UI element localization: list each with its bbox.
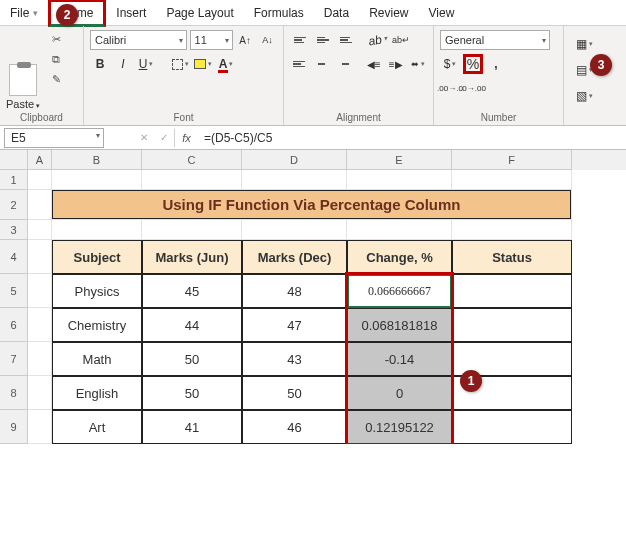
tab-insert[interactable]: Insert — [106, 2, 156, 24]
row-header[interactable]: 1 — [0, 170, 28, 190]
cell[interactable] — [28, 308, 52, 342]
table-cell[interactable]: 0.066666667 — [347, 274, 452, 308]
table-cell[interactable]: 50 — [142, 376, 242, 410]
name-box[interactable]: E5 — [4, 128, 104, 148]
table-cell[interactable] — [452, 410, 572, 444]
table-cell[interactable] — [452, 274, 572, 308]
comma-style-button[interactable]: , — [486, 54, 506, 74]
cell[interactable] — [242, 170, 347, 190]
row-header[interactable]: 8 — [0, 376, 28, 410]
fill-color-button[interactable] — [193, 54, 213, 74]
table-cell[interactable]: 41 — [142, 410, 242, 444]
conditional-formatting-icon[interactable]: ▦ — [574, 34, 594, 54]
table-cell[interactable] — [452, 308, 572, 342]
row-header[interactable]: 2 — [0, 190, 28, 220]
decrease-decimal-icon[interactable]: .0→.00 — [463, 78, 483, 98]
align-center-icon[interactable] — [312, 54, 331, 74]
format-painter-icon[interactable]: ✎ — [48, 72, 64, 86]
cell[interactable] — [52, 220, 142, 240]
header-marks-dec[interactable]: Marks (Dec) — [242, 240, 347, 274]
cell[interactable] — [28, 410, 52, 444]
header-change[interactable]: Change, % — [347, 240, 452, 274]
cell[interactable] — [28, 240, 52, 274]
underline-button[interactable]: U — [136, 54, 156, 74]
table-cell[interactable]: 50 — [142, 342, 242, 376]
decrease-indent-icon[interactable]: ◀≡ — [364, 54, 383, 74]
table-cell[interactable]: 0 — [347, 376, 452, 410]
fx-icon[interactable]: fx — [174, 129, 198, 147]
header-marks-jun[interactable]: Marks (Jun) — [142, 240, 242, 274]
col-header[interactable]: C — [142, 150, 242, 170]
table-cell[interactable]: English — [52, 376, 142, 410]
cell[interactable] — [142, 220, 242, 240]
paste-icon[interactable] — [9, 64, 37, 96]
increase-font-icon[interactable]: A↑ — [236, 30, 255, 50]
font-name-combo[interactable]: Calibri — [90, 30, 187, 50]
header-subject[interactable]: Subject — [52, 240, 142, 274]
increase-indent-icon[interactable]: ≡▶ — [386, 54, 405, 74]
cell[interactable] — [347, 220, 452, 240]
cell[interactable] — [28, 376, 52, 410]
bold-button[interactable]: B — [90, 54, 110, 74]
cell-styles-icon[interactable]: ▧ — [574, 86, 594, 106]
table-cell[interactable]: 0.12195122 — [347, 410, 452, 444]
tab-review[interactable]: Review — [359, 2, 418, 24]
table-cell[interactable]: 43 — [242, 342, 347, 376]
tab-formulas[interactable]: Formulas — [244, 2, 314, 24]
tab-page-layout[interactable]: Page Layout — [156, 2, 243, 24]
percent-button[interactable]: % — [463, 54, 483, 74]
header-status[interactable]: Status — [452, 240, 572, 274]
cell[interactable] — [242, 220, 347, 240]
align-top-icon[interactable] — [290, 30, 310, 50]
col-header[interactable]: F — [452, 150, 572, 170]
cell[interactable] — [452, 220, 572, 240]
align-bottom-icon[interactable] — [336, 30, 356, 50]
cell[interactable] — [347, 170, 452, 190]
align-left-icon[interactable] — [290, 54, 309, 74]
cell[interactable] — [142, 170, 242, 190]
align-right-icon[interactable] — [334, 54, 353, 74]
table-cell[interactable]: 0.068181818 — [347, 308, 452, 342]
table-cell[interactable]: 47 — [242, 308, 347, 342]
row-header[interactable]: 3 — [0, 220, 28, 240]
decrease-font-icon[interactable]: A↓ — [258, 30, 277, 50]
copy-icon[interactable]: ⧉ — [48, 52, 64, 66]
table-cell[interactable]: 46 — [242, 410, 347, 444]
cell[interactable] — [28, 342, 52, 376]
italic-button[interactable]: I — [113, 54, 133, 74]
cell[interactable] — [52, 170, 142, 190]
col-header[interactable]: A — [28, 150, 52, 170]
row-header[interactable]: 7 — [0, 342, 28, 376]
row-header[interactable]: 5 — [0, 274, 28, 308]
table-cell[interactable]: Math — [52, 342, 142, 376]
row-header[interactable]: 9 — [0, 410, 28, 444]
title-cell[interactable]: Using IF Function Via Percentage Column — [52, 190, 572, 220]
currency-button[interactable]: $ — [440, 54, 460, 74]
enter-icon[interactable]: ✓ — [154, 132, 174, 143]
col-header[interactable]: D — [242, 150, 347, 170]
cut-icon[interactable]: ✂ — [48, 32, 64, 46]
orientation-icon[interactable]: ab — [366, 28, 389, 51]
cell[interactable] — [452, 170, 572, 190]
table-cell[interactable]: 44 — [142, 308, 242, 342]
formula-input[interactable]: =(D5-C5)/C5 — [198, 128, 626, 148]
paste-button[interactable]: Paste ▾ — [6, 98, 40, 110]
table-cell[interactable]: Art — [52, 410, 142, 444]
table-cell[interactable]: 48 — [242, 274, 347, 308]
tab-file[interactable]: File ▾ — [0, 2, 48, 24]
tab-data[interactable]: Data — [314, 2, 359, 24]
merge-center-icon[interactable]: ⬌ — [408, 54, 427, 74]
select-all-corner[interactable] — [0, 150, 28, 170]
table-cell[interactable]: 45 — [142, 274, 242, 308]
cancel-icon[interactable]: ✕ — [134, 132, 154, 143]
cell[interactable] — [28, 220, 52, 240]
table-cell[interactable]: Chemistry — [52, 308, 142, 342]
font-size-combo[interactable]: 11 — [190, 30, 233, 50]
row-header[interactable]: 6 — [0, 308, 28, 342]
table-cell[interactable]: Physics — [52, 274, 142, 308]
increase-decimal-icon[interactable]: .00→.0 — [440, 78, 460, 98]
cell[interactable] — [28, 190, 52, 220]
table-cell[interactable]: -0.14 — [347, 342, 452, 376]
align-middle-icon[interactable] — [313, 30, 333, 50]
cell[interactable] — [28, 170, 52, 190]
